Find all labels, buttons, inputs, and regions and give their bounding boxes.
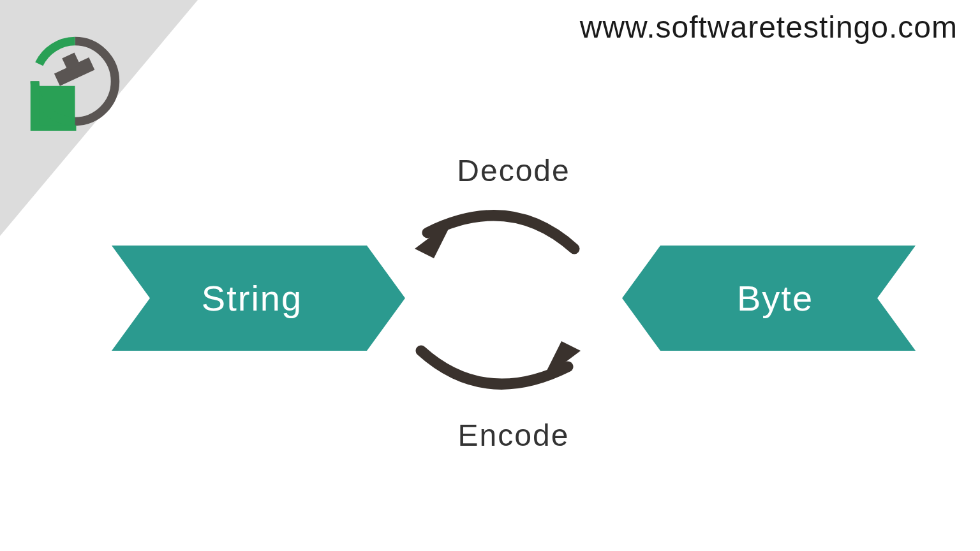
cycle-arrows — [396, 198, 600, 402]
site-url: www.softwaretestingo.com — [580, 10, 958, 45]
encoding-diagram: String Byte Decode Encode — [112, 153, 916, 466]
decode-label: Decode — [457, 153, 570, 188]
site-logo — [26, 32, 124, 131]
byte-label: Byte — [737, 277, 813, 319]
string-node: String — [112, 246, 405, 351]
byte-node: Byte — [622, 246, 916, 351]
string-label: String — [202, 277, 302, 319]
encode-label: Encode — [458, 418, 570, 453]
